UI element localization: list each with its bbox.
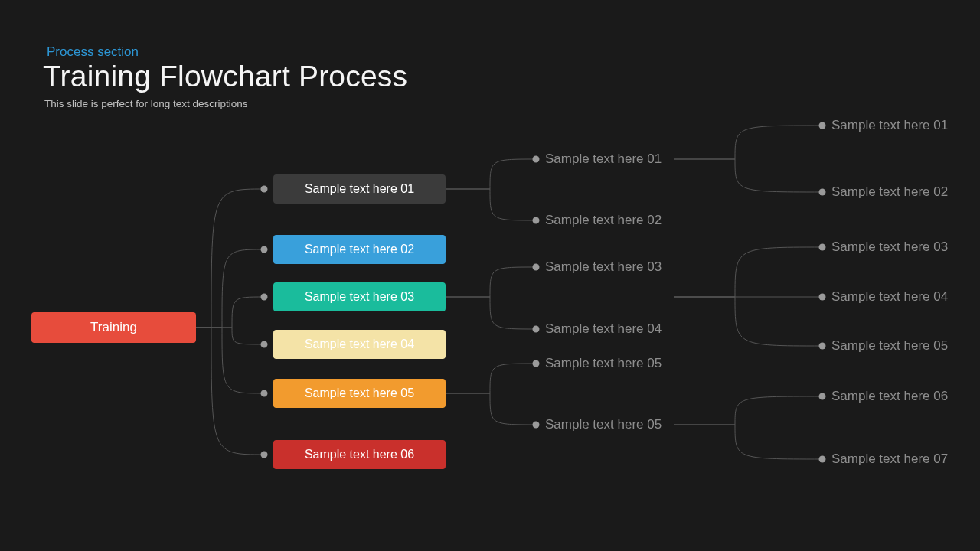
svg-point-0 <box>261 186 268 193</box>
page-subtitle: This slide is perfect for long text desc… <box>44 98 248 109</box>
level3-node-q1: Sample text here 03 <box>831 240 948 255</box>
level1-node-label: Sample text here 04 <box>305 337 414 351</box>
section-label: Process section <box>47 44 139 60</box>
svg-point-15 <box>819 294 826 301</box>
level1-node-label: Sample text here 05 <box>305 386 414 400</box>
root-node-label: Training <box>90 320 137 335</box>
svg-point-10 <box>533 360 540 367</box>
svg-point-9 <box>533 326 540 333</box>
level1-node-3: Sample text here 03 <box>273 282 446 311</box>
level1-node-label: Sample text here 02 <box>305 243 414 256</box>
level3-node-p2: Sample text here 02 <box>831 184 948 200</box>
svg-point-14 <box>819 244 826 251</box>
level3-node-q3: Sample text here 05 <box>831 338 948 354</box>
level1-node-1: Sample text here 01 <box>273 174 446 204</box>
svg-point-1 <box>261 246 268 253</box>
svg-point-6 <box>533 156 540 163</box>
svg-point-2 <box>261 294 268 301</box>
svg-point-17 <box>819 393 826 400</box>
level3-node-r2: Sample text here 07 <box>831 452 948 467</box>
level2-node-c1: Sample text here 05 <box>545 356 662 371</box>
svg-point-12 <box>819 122 826 129</box>
level1-node-label: Sample text here 06 <box>305 448 414 461</box>
level2-node-b2: Sample text here 04 <box>545 321 662 337</box>
svg-point-18 <box>819 456 826 463</box>
level3-node-q2: Sample text here 04 <box>831 289 948 305</box>
level1-node-label: Sample text here 01 <box>305 182 414 196</box>
level1-node-2: Sample text here 02 <box>273 235 446 264</box>
level1-node-5: Sample text here 05 <box>273 379 446 408</box>
svg-point-13 <box>819 189 826 196</box>
svg-point-5 <box>261 452 268 458</box>
slide-canvas: Process section Training Flowchart Proce… <box>0 0 980 551</box>
level2-node-c2: Sample text here 05 <box>545 417 662 432</box>
level1-node-4: Sample text here 04 <box>273 330 446 359</box>
level3-node-p1: Sample text here 01 <box>831 118 948 133</box>
svg-point-8 <box>533 264 540 271</box>
level2-node-a2: Sample text here 02 <box>545 213 662 228</box>
svg-point-3 <box>261 341 268 348</box>
level2-node-a1: Sample text here 01 <box>545 152 662 167</box>
level3-node-r1: Sample text here 06 <box>831 389 948 404</box>
level1-node-6: Sample text here 06 <box>273 440 446 469</box>
svg-point-11 <box>533 422 540 429</box>
level1-node-label: Sample text here 03 <box>305 290 414 304</box>
svg-point-16 <box>819 343 826 350</box>
root-node-training: Training <box>31 312 196 343</box>
svg-point-4 <box>261 390 268 397</box>
svg-point-7 <box>533 217 540 224</box>
page-title: Training Flowchart Process <box>43 60 407 93</box>
level2-node-b1: Sample text here 03 <box>545 259 662 275</box>
